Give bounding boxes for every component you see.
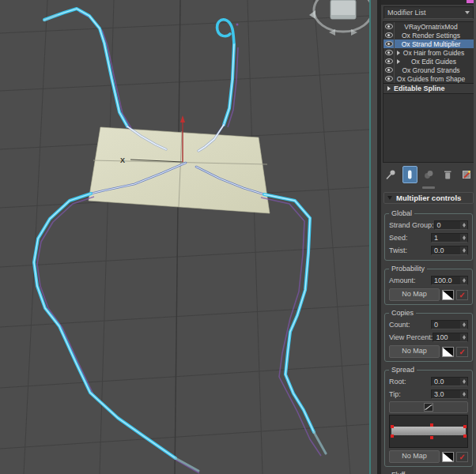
amount-spinner[interactable]: 100.0 <box>431 276 468 285</box>
strand-group-spinner[interactable]: 0 <box>434 220 468 230</box>
modifier-row[interactable]: VRayOrnatrixMod <box>383 22 474 31</box>
viewport-grid <box>0 0 369 474</box>
map-swatch-icon[interactable] <box>442 347 454 357</box>
pin-stack-button[interactable] <box>383 166 399 183</box>
base-object-row[interactable]: Editable Spline <box>383 83 474 93</box>
copies-map-button[interactable]: No Map <box>389 345 440 358</box>
twist-spinner[interactable]: 0.0 <box>431 246 468 255</box>
modifier-list-dropdown[interactable]: Modifier List <box>383 6 474 19</box>
view-percent-spinner[interactable]: 100 <box>433 333 468 342</box>
group-copies: Copies Count: 0 View Percent: 100 No Map… <box>384 313 473 362</box>
axis-x-label: X <box>120 156 125 164</box>
command-panel: Modifier List VRayOrnatrixMod Ox Render … <box>381 0 476 474</box>
count-spinner[interactable]: 0 <box>431 320 468 329</box>
amount-label: Amount: <box>389 276 416 284</box>
modifier-row[interactable]: Ox Guides from Shape <box>383 74 474 83</box>
map-enable-checkbox[interactable]: ✓ <box>456 347 468 357</box>
modifier-row-selected[interactable]: Ox Strand Multiplier <box>383 40 474 48</box>
spinner-arrows-icon[interactable] <box>460 378 467 386</box>
rollout-title: Multiplier controls <box>396 194 461 202</box>
rollout-multiplier-controls[interactable]: Multiplier controls <box>383 192 474 204</box>
make-unique-icon <box>423 169 434 180</box>
modifier-stack-toolbar <box>381 163 476 185</box>
visibility-eye-icon[interactable] <box>383 66 395 74</box>
visibility-eye-icon[interactable] <box>383 57 395 66</box>
modifier-label: Ox Hair from Guides <box>400 49 474 57</box>
curve-point[interactable] <box>463 434 467 438</box>
spinner-arrows-icon[interactable] <box>460 246 467 254</box>
strand-group-label: Strand Group: <box>389 221 434 229</box>
modifier-row[interactable]: Ox Ground Strands <box>383 66 474 74</box>
spinner-arrows-icon[interactable] <box>460 390 467 398</box>
map-swatch-icon[interactable] <box>442 290 454 300</box>
map-enable-checkbox[interactable]: ✓ <box>456 452 468 462</box>
curve-point[interactable] <box>463 425 467 428</box>
spinner-arrows-icon[interactable] <box>460 276 467 284</box>
curve-band <box>391 427 466 435</box>
modifier-label: Ox Strand Multiplier <box>395 40 474 48</box>
rollout-collapse-icon <box>387 196 392 200</box>
group-title: Copies <box>389 309 416 317</box>
ground-plane[interactable] <box>89 127 270 213</box>
panel-resize-handle[interactable] <box>381 185 476 190</box>
curve-point[interactable] <box>430 436 433 439</box>
viewcube-gizmo[interactable] <box>309 0 369 36</box>
seed-spinner[interactable]: 1 <box>431 233 468 243</box>
twist-label: Twist: <box>389 246 407 254</box>
visibility-eye-icon[interactable] <box>383 74 395 83</box>
remove-modifier-button[interactable] <box>440 166 455 183</box>
spread-map-button[interactable]: No Map <box>389 450 440 463</box>
panel-top-strip <box>381 0 476 5</box>
expand-arrow-icon[interactable] <box>387 86 391 91</box>
modifier-row[interactable]: Ox Hair from Guides <box>383 48 474 57</box>
spread-root-label: Root: <box>389 378 406 386</box>
group-title: Global <box>389 209 414 217</box>
curve-point[interactable] <box>391 434 394 438</box>
map-swatch-icon[interactable] <box>442 452 454 462</box>
configure-modifier-sets-button[interactable] <box>459 166 474 183</box>
group-global: Global Strand Group: 0 Seed: 1 Twist: 0.… <box>384 213 473 261</box>
modifier-label: Ox Ground Strands <box>395 66 474 74</box>
spread-root-spinner[interactable]: 0.0 <box>431 377 468 386</box>
visibility-eye-icon[interactable] <box>383 40 395 48</box>
visibility-eye-icon[interactable] <box>383 31 395 40</box>
group-probability: Probability Amount: 100.0 No Map ✓ <box>384 269 473 305</box>
view-percent-label: View Percent: <box>389 333 433 341</box>
spread-tip-spinner[interactable]: 3.0 <box>431 389 468 399</box>
probability-map-button[interactable]: No Map <box>389 288 440 301</box>
group-spread: Spread Root: 0.0 Tip: 3.0 No Map ✓ <box>384 370 473 467</box>
modifier-label: Ox Render Settings <box>395 32 474 40</box>
curve-icon <box>424 403 433 412</box>
count-label: Count: <box>389 321 410 329</box>
curve-point[interactable] <box>391 425 394 428</box>
visibility-eye-icon[interactable] <box>383 48 395 57</box>
spread-curve-editor-button[interactable] <box>389 401 468 413</box>
panel-splitter[interactable] <box>369 0 381 474</box>
group-title: Probability <box>389 265 427 273</box>
spinner-arrows-icon[interactable] <box>460 221 467 229</box>
map-enable-checkbox[interactable]: ✓ <box>456 290 468 300</box>
modifier-row[interactable]: Ox Edit Guides <box>383 57 474 66</box>
modifier-stack-empty-area[interactable] <box>383 94 474 163</box>
modifier-list-label: Modifier List <box>387 7 426 18</box>
modifier-label: Ox Edit Guides <box>400 58 474 66</box>
show-end-result-button[interactable] <box>402 166 417 183</box>
show-end-result-icon <box>404 169 415 180</box>
chevron-down-icon <box>465 11 470 14</box>
visibility-eye-icon[interactable] <box>383 22 395 31</box>
spinner-arrows-icon[interactable] <box>460 234 467 242</box>
configure-sets-icon <box>461 169 472 180</box>
curve-point[interactable] <box>430 423 433 427</box>
spinner-arrows-icon[interactable] <box>460 321 467 329</box>
modifier-row[interactable]: Ox Render Settings <box>383 31 474 40</box>
spread-curve-widget[interactable] <box>389 415 468 448</box>
trash-icon <box>442 169 453 180</box>
viewport-canvas[interactable]: X <box>0 0 369 474</box>
3dsmax-window: X <box>0 0 476 474</box>
viewport-3d[interactable]: X <box>0 0 369 474</box>
spread-tip-label: Tip: <box>389 390 401 398</box>
make-unique-button[interactable] <box>421 166 436 183</box>
pin-icon <box>385 169 396 180</box>
group-title: Fluff <box>389 471 407 474</box>
spinner-arrows-icon[interactable] <box>460 333 467 341</box>
